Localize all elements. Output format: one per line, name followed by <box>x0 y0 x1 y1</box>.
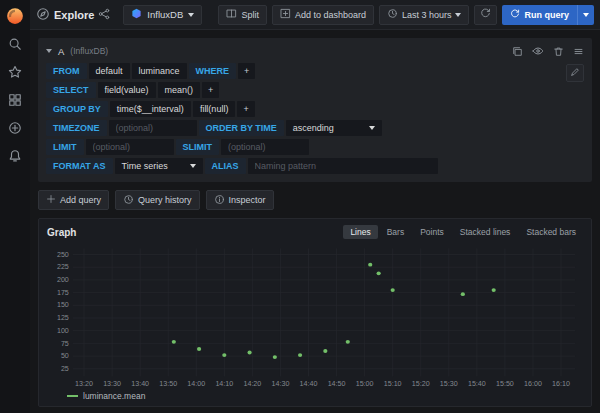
query-row-groupby: GROUP BY time($__interval) fill(null) + <box>46 101 584 117</box>
mode-stacked-bars[interactable]: Stacked bars <box>519 225 583 239</box>
remove-query-trash-icon[interactable] <box>553 46 564 57</box>
groupby-fill-segment[interactable]: fill(null) <box>193 101 236 117</box>
collapse-row-icon[interactable] <box>46 49 52 53</box>
alias-label: ALIAS <box>205 158 246 174</box>
sidebar-item-create[interactable] <box>4 117 26 139</box>
add-groupby-button[interactable]: + <box>237 101 254 117</box>
select-field-segment[interactable]: field(value) <box>98 82 156 98</box>
sidebar-item-alerting[interactable] <box>4 145 26 167</box>
query-row-header: A (InfluxDB) <box>46 42 584 63</box>
panel-add-icon <box>280 8 291 21</box>
format-as-select[interactable]: Time series <box>115 158 203 174</box>
app-root: Explore InfluxDB <box>0 0 600 413</box>
svg-text:75: 75 <box>61 340 69 347</box>
chevron-down-icon <box>190 164 196 168</box>
query-row-actions <box>512 45 584 57</box>
mode-stacked-lines[interactable]: Stacked lines <box>453 225 518 239</box>
svg-text:15:20: 15:20 <box>412 381 430 388</box>
from-measurement-segment[interactable]: luminance <box>132 63 187 79</box>
info-icon <box>214 194 225 207</box>
query-row-from: FROM default luminance WHERE + <box>46 63 584 79</box>
run-query-button[interactable]: Run query <box>502 5 594 25</box>
orderby-value: ascending <box>293 123 334 133</box>
content: A (InfluxDB) <box>30 30 600 413</box>
main-area: Explore InfluxDB <box>30 0 600 413</box>
grafana-logo[interactable] <box>4 5 26 27</box>
from-label: FROM <box>46 63 87 79</box>
limit-label: LIMIT <box>46 139 84 155</box>
groupby-label: GROUP BY <box>46 101 108 117</box>
share-icon[interactable] <box>98 8 110 22</box>
graph-header: Graph Lines Bars Points Stacked lines St… <box>47 225 583 239</box>
search-icon <box>8 37 22 51</box>
split-columns-icon <box>226 8 237 21</box>
query-history-label: Query history <box>138 195 192 205</box>
svg-text:125: 125 <box>57 314 69 321</box>
groupby-time-segment[interactable]: time($__interval) <box>110 101 191 117</box>
mode-lines[interactable]: Lines <box>343 225 377 239</box>
svg-text:14:10: 14:10 <box>215 381 233 388</box>
influxdb-logo-icon <box>131 8 142 21</box>
legend-series-label[interactable]: luminance.mean <box>83 391 145 401</box>
select-label: SELECT <box>46 82 96 98</box>
run-query-dropdown[interactable] <box>577 5 594 25</box>
split-label: Split <box>241 10 259 20</box>
graph-mode-switcher: Lines Bars Points Stacked lines Stacked … <box>343 225 583 239</box>
plus-icon <box>46 194 56 206</box>
duplicate-query-icon[interactable] <box>512 46 523 57</box>
sidebar-item-dashboards[interactable] <box>4 89 26 111</box>
query-history-button[interactable]: Query history <box>115 190 200 210</box>
drag-handle-icon[interactable] <box>573 46 584 57</box>
mode-points[interactable]: Points <box>413 225 451 239</box>
orderby-select[interactable]: ascending <box>286 120 382 136</box>
hide-query-eye-icon[interactable] <box>532 45 544 57</box>
refresh-button[interactable] <box>474 5 497 25</box>
toggle-text-edit-button[interactable] <box>566 64 584 82</box>
slimit-label: SLIMIT <box>176 139 220 155</box>
run-query-main[interactable]: Run query <box>502 5 577 25</box>
limit-input[interactable] <box>86 139 174 155</box>
chevron-down-icon <box>369 126 375 130</box>
time-range-label: Last 3 hours <box>402 10 452 20</box>
plus-circle-icon <box>8 121 22 135</box>
bell-icon <box>8 149 22 163</box>
svg-text:13:40: 13:40 <box>131 381 149 388</box>
svg-text:14:40: 14:40 <box>300 381 318 388</box>
sidebar-item-search[interactable] <box>4 33 26 55</box>
slimit-input[interactable] <box>221 139 309 155</box>
add-query-button[interactable]: Add query <box>38 190 109 210</box>
format-as-value: Time series <box>122 161 168 171</box>
run-query-label: Run query <box>524 10 569 20</box>
inspector-label: Inspector <box>229 195 266 205</box>
inspector-button[interactable]: Inspector <box>206 190 274 210</box>
chart-area[interactable]: 25507510012515017520022525013:2013:3013:… <box>47 243 583 390</box>
svg-text:13:50: 13:50 <box>159 381 177 388</box>
compass-icon <box>36 7 50 23</box>
add-where-button[interactable]: + <box>238 63 255 79</box>
timezone-label: TIMEZONE <box>46 120 107 136</box>
clock-icon <box>387 8 398 21</box>
select-func-segment[interactable]: mean() <box>158 82 201 98</box>
svg-text:16:00: 16:00 <box>524 381 542 388</box>
from-policy-segment[interactable]: default <box>89 63 130 79</box>
history-clock-icon <box>123 194 134 207</box>
add-to-dashboard-button[interactable]: Add to dashboard <box>272 5 374 25</box>
timezone-input[interactable] <box>109 120 197 136</box>
query-row-select: SELECT field(value) mean() + <box>46 82 584 98</box>
alias-input[interactable] <box>248 158 438 174</box>
datasource-picker[interactable]: InfluxDB <box>123 5 202 25</box>
mode-bars[interactable]: Bars <box>380 225 411 239</box>
query-actions: Add query Query history Inspector <box>38 190 592 210</box>
svg-text:13:30: 13:30 <box>103 381 121 388</box>
svg-text:250: 250 <box>57 251 69 258</box>
explore-header: Explore <box>36 7 110 23</box>
format-as-label: FORMAT AS <box>46 158 113 174</box>
chevron-down-icon <box>455 13 461 17</box>
svg-text:14:20: 14:20 <box>243 381 261 388</box>
graph-legend[interactable]: luminance.mean <box>47 390 583 402</box>
time-range-picker[interactable]: Last 3 hours <box>379 5 470 25</box>
sidebar-item-starred[interactable] <box>4 61 26 83</box>
add-select-button[interactable]: + <box>202 82 219 98</box>
split-button[interactable]: Split <box>218 5 267 25</box>
apps-grid-icon <box>8 93 22 107</box>
